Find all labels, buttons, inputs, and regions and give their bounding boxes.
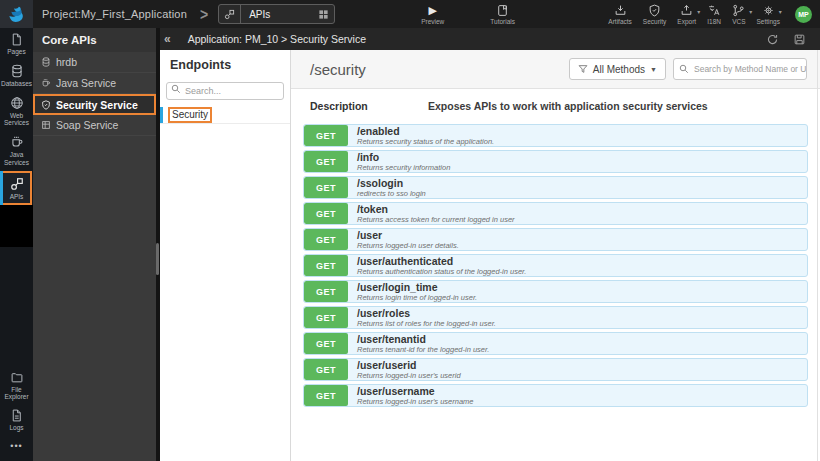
api-connector-icon <box>219 5 241 23</box>
sidebar-item-databases[interactable]: Databases <box>0 59 33 91</box>
toolbar-icons <box>766 33 806 46</box>
vcs-label: VCS <box>732 18 745 25</box>
endpoint-row[interactable]: GET /info Returns security information <box>303 150 808 173</box>
service-path-title: /security <box>310 61 366 78</box>
preview-button[interactable]: ▶ Preview <box>421 4 444 25</box>
endpoints-panel: Endpoints Security <box>160 50 291 461</box>
document-icon <box>10 409 23 422</box>
tutorials-label: Tutorials <box>490 18 515 25</box>
sidebar-item-web-services[interactable]: Web Services <box>0 91 33 131</box>
sidebar-item-logs[interactable]: Logs <box>0 404 33 435</box>
endpoint-row[interactable]: GET /user/authenticated Returns authenti… <box>303 254 808 277</box>
endpoints-search-input[interactable] <box>166 82 284 100</box>
endpoint-description: Returns list of roles for the logged-in … <box>357 320 496 328</box>
sidebar-item-file-explorer[interactable]: File Explorer <box>0 366 33 405</box>
api-connector-icon <box>10 177 24 191</box>
endpoint-row[interactable]: GET /token Returns access token for curr… <box>303 202 808 225</box>
endpoint-row[interactable]: GET /user/roles Returns list of roles fo… <box>303 306 808 329</box>
method-search <box>673 58 807 80</box>
caret-down-icon: ▾ <box>779 8 782 15</box>
method-badge: GET <box>304 203 348 224</box>
topbar: Project:My_First_Application > APIs ▶ Pr… <box>0 0 820 28</box>
sidebar-item-label: APIs <box>10 193 24 201</box>
endpoint-row[interactable]: GET /user/userid Returns logged-in user'… <box>303 358 808 381</box>
sidebar-item-label: Logs <box>9 424 23 432</box>
core-apis-item-soap-service[interactable]: Soap Service <box>33 115 156 136</box>
endpoints-search <box>166 80 284 100</box>
artifacts-button[interactable]: Artifacts <box>608 4 631 25</box>
core-apis-item-hrdb[interactable]: hrdb <box>33 52 156 73</box>
coffee-icon <box>10 135 24 149</box>
sidebar-item-apis[interactable]: APIs <box>1 171 32 205</box>
core-apis-item-label: hrdb <box>56 56 77 68</box>
endpoint-list: GET /enabled Returns security status of … <box>303 124 808 407</box>
apis-tab[interactable]: APIs <box>218 4 335 24</box>
vcs-button[interactable]: ▾ VCS <box>732 4 745 25</box>
more-icon[interactable]: ••• <box>0 435 33 461</box>
tutorials-button[interactable]: Tutorials <box>490 4 515 25</box>
endpoint-path: /user/roles <box>357 308 496 319</box>
shield-icon <box>648 4 661 17</box>
endpoint-row[interactable]: GET /enabled Returns security status of … <box>303 124 808 147</box>
security-label: Security <box>643 18 666 25</box>
sidebar-item-label: Java Services <box>0 151 33 167</box>
method-search-input[interactable] <box>673 58 807 80</box>
download-icon <box>614 4 627 17</box>
endpoint-row[interactable]: GET /user Returns logged-in user details… <box>303 228 808 251</box>
save-button[interactable] <box>793 33 806 46</box>
sidebar-item-java-services[interactable]: Java Services <box>0 130 33 170</box>
core-apis-title: Core APIs <box>33 28 156 52</box>
endpoint-group-security[interactable]: Security <box>160 107 290 124</box>
database-icon <box>10 64 24 78</box>
endpoint-path: /user <box>357 230 459 241</box>
translate-icon <box>707 4 721 17</box>
i18n-button[interactable]: I18N <box>707 4 721 25</box>
left-sidebar: Pages Databases Web Services Java Servic… <box>0 28 33 461</box>
user-avatar[interactable]: MP <box>795 6 812 23</box>
topbar-actions: Artifacts Security ▾ Export I18N <box>608 4 812 25</box>
method-badge: GET <box>304 385 348 406</box>
service-detail: /security All Methods ▼ Description Expo… <box>291 50 820 461</box>
export-label: Export <box>677 18 696 25</box>
endpoint-row[interactable]: GET /ssologin redirects to sso login <box>303 176 808 199</box>
endpoint-row[interactable]: GET /user/login_time Returns login time … <box>303 280 808 303</box>
endpoint-path: /user/username <box>357 386 474 397</box>
scrollbar-thumb[interactable] <box>156 243 159 275</box>
endpoint-description: Returns tenant-id for the logged-in user… <box>357 346 489 354</box>
endpoint-path: /user/tenantid <box>357 334 489 345</box>
app-window: Project:My_First_Application > APIs ▶ Pr… <box>0 0 820 461</box>
upload-icon: ▾ <box>680 4 693 17</box>
grid-icon[interactable] <box>318 9 329 20</box>
app-logo[interactable] <box>0 0 33 28</box>
folder-icon <box>10 371 24 384</box>
method-badge: GET <box>304 281 348 302</box>
chevron-right-icon: > <box>200 4 208 23</box>
application-toolbar: « Application: PM_10 > Security Service <box>160 28 820 50</box>
filter-icon <box>578 64 588 74</box>
sidebar-item-label: File Explorer <box>0 386 33 402</box>
export-button[interactable]: ▾ Export <box>677 4 696 25</box>
endpoint-path: /enabled <box>357 126 494 137</box>
methods-filter-dropdown[interactable]: All Methods ▼ <box>569 58 666 80</box>
sidebar-item-pages[interactable]: Pages <box>0 28 33 59</box>
core-apis-item-java-service[interactable]: Java Service <box>33 73 156 94</box>
sidebar-item-label: Web Services <box>0 112 33 128</box>
settings-button[interactable]: ▾ Settings <box>757 4 781 25</box>
method-badge: GET <box>304 255 348 276</box>
core-apis-item-label: Soap Service <box>56 119 118 131</box>
refresh-button[interactable] <box>766 33 779 46</box>
endpoint-group-label: Security <box>168 107 212 123</box>
wavemaker-logo-icon <box>7 5 26 24</box>
endpoint-row[interactable]: GET /user/username Returns logged-in use… <box>303 384 808 407</box>
endpoint-row[interactable]: GET /user/tenantid Returns tenant-id for… <box>303 332 808 355</box>
sidebar-item-label: Databases <box>1 80 32 88</box>
service-header: /security All Methods ▼ <box>291 50 820 89</box>
collapse-panel-icon[interactable]: « <box>164 32 171 46</box>
database-icon <box>41 57 51 67</box>
security-button[interactable]: Security <box>643 4 666 25</box>
core-apis-item-security-service[interactable]: Security Service <box>33 94 156 115</box>
shield-icon <box>41 100 51 110</box>
endpoint-path: /token <box>357 204 515 215</box>
sidebar-spacer <box>0 247 33 366</box>
method-badge: GET <box>304 359 348 380</box>
